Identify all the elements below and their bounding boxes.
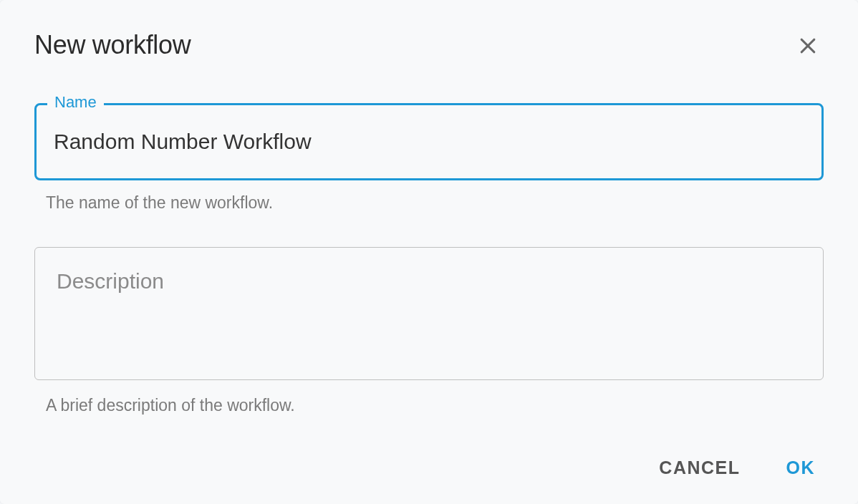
close-button[interactable]: [795, 33, 821, 59]
description-input[interactable]: [34, 247, 824, 380]
description-field-group: A brief description of the workflow.: [34, 247, 824, 415]
name-field-group: Name The name of the new workflow.: [34, 103, 824, 213]
name-input-container: Name: [34, 103, 824, 180]
dialog-buttons: CANCEL OK: [656, 453, 818, 483]
new-workflow-dialog: New workflow Name The name of the new wo…: [0, 0, 858, 504]
name-help-text: The name of the new workflow.: [34, 193, 824, 213]
cancel-button[interactable]: CANCEL: [656, 453, 743, 483]
name-label: Name: [47, 93, 104, 112]
ok-button[interactable]: OK: [784, 453, 819, 483]
dialog-title: New workflow: [34, 30, 824, 60]
description-help-text: A brief description of the workflow.: [34, 396, 824, 415]
close-icon: [797, 35, 819, 57]
name-input[interactable]: [34, 103, 824, 180]
